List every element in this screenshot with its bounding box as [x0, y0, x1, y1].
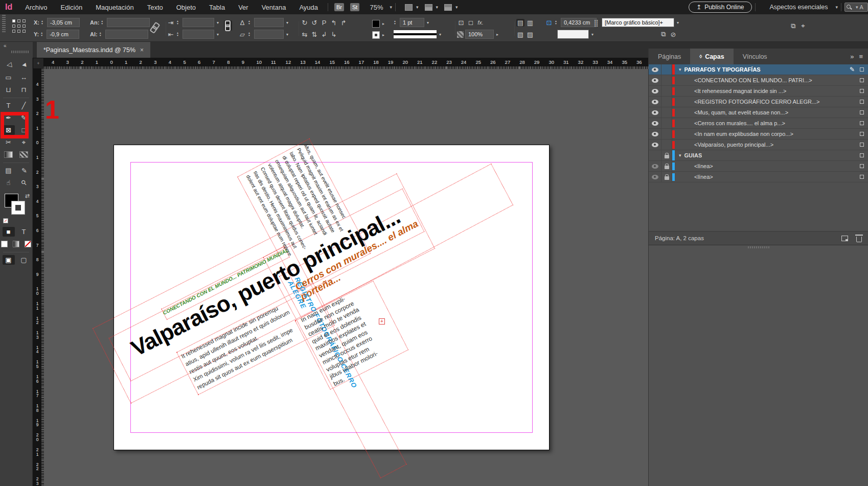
zoom-level-control[interactable]: 75% — [370, 4, 383, 11]
apply-target-square[interactable] — [860, 78, 864, 82]
rotate-ccw-icon[interactable]: ↺ — [310, 19, 318, 27]
wrap-offset-field[interactable]: 0,4233 cm — [561, 18, 597, 27]
effects-fx-icon[interactable]: fx. — [476, 19, 485, 26]
lock-toggle[interactable] — [661, 150, 672, 160]
lock-toggle[interactable] — [661, 129, 672, 139]
free-transform-tool[interactable]: ⌖ — [18, 137, 30, 147]
clear-overrides-icon[interactable]: ⊘ — [669, 31, 677, 38]
stroke-weight-field[interactable]: 1 pt — [400, 18, 424, 27]
visibility-toggle[interactable] — [649, 64, 661, 75]
chevron-down-icon[interactable]: ▾ — [285, 32, 289, 37]
view-options-icon[interactable] — [405, 4, 413, 11]
layer-row[interactable]: <REGISTRO FOTOGRÁFICO CERRO ALEGR...> — [649, 97, 868, 107]
gap-tool[interactable]: ↔ — [18, 73, 30, 82]
delete-layer-icon[interactable] — [856, 237, 862, 242]
rotate-cw-icon[interactable]: ↻ — [301, 19, 309, 27]
selection-tool[interactable]: △ — [3, 60, 15, 70]
apply-target-square[interactable] — [860, 143, 864, 147]
chevron-down-icon[interactable]: ▾ — [590, 32, 595, 37]
stroke-swatch[interactable] — [372, 31, 380, 39]
overset-text-indicator[interactable]: + — [379, 318, 385, 325]
preview-mode-button[interactable]: ▢ — [18, 255, 30, 265]
panel-adjust-icon[interactable]: ⌖ — [799, 22, 807, 30]
y-stepper[interactable]: ▲▼ — [40, 32, 45, 37]
eyedropper-tool[interactable]: ✐ — [18, 166, 30, 175]
layer-name[interactable]: GUIAS — [684, 152, 702, 158]
wrap-jump-icon[interactable]: ▨ — [526, 31, 534, 38]
tab-paginas[interactable]: Páginas — [649, 49, 690, 64]
apply-target-square[interactable] — [860, 89, 864, 93]
opacity-field[interactable]: 100% — [465, 30, 494, 39]
panel-grip[interactable] — [2, 15, 6, 33]
panel-expand-icon[interactable]: » — [850, 53, 854, 60]
chevron-down-icon[interactable]: ▾ — [679, 153, 681, 158]
zoom-tool[interactable]: ⚲ — [18, 178, 30, 188]
rotation-stepper[interactable]: ▲▼ — [248, 20, 253, 25]
constrain-dimensions-icon[interactable] — [149, 21, 159, 33]
chevron-down-icon[interactable]: ▾ — [455, 5, 458, 10]
select-container-icon[interactable]: P — [320, 19, 328, 27]
apply-target-square[interactable] — [860, 110, 864, 114]
stroke-weight-stepper[interactable]: ▲▼ — [394, 20, 398, 25]
visibility-toggle[interactable] — [649, 161, 661, 171]
chevron-right-icon[interactable]: ▸ — [381, 21, 385, 26]
formatting-affects-text-button[interactable]: T — [18, 227, 30, 237]
apply-target-square[interactable] — [860, 121, 864, 125]
scale-y-stepper[interactable]: ▲▼ — [176, 32, 181, 37]
scale-y-field[interactable] — [182, 30, 214, 39]
menu-item-objeto[interactable]: Objeto — [170, 4, 202, 11]
apply-target-square[interactable] — [860, 132, 864, 136]
visibility-toggle[interactable] — [649, 140, 661, 150]
visibility-toggle[interactable] — [649, 172, 661, 182]
apply-gradient-button[interactable] — [12, 239, 20, 249]
layer-name[interactable]: <REGISTRO FOTOGRÁFICO CERRO ALEGR...> — [694, 99, 820, 105]
content-collector-tool[interactable]: ⊔ — [3, 85, 15, 95]
gradient-swatch-tool[interactable] — [3, 150, 15, 159]
x-field[interactable]: -3,05 cm — [47, 18, 80, 27]
note-tool[interactable]: ▤ — [3, 166, 15, 175]
lock-toggle[interactable] — [661, 107, 672, 118]
vertical-ruler[interactable]: 432101234567891 01 11 21 31 41 51 61 71 … — [33, 69, 44, 486]
layer-row[interactable]: <CONECTANDO CON EL MUNDO... PATRI...> — [649, 75, 868, 86]
lock-toggle[interactable] — [661, 97, 672, 107]
tab-capas[interactable]: ◊Capas — [690, 49, 733, 64]
visibility-toggle[interactable] — [649, 118, 661, 128]
menu-item-archivo[interactable]: Archivo — [18, 4, 54, 11]
lock-toggle[interactable] — [661, 140, 672, 150]
y-field[interactable]: -0,9 cm — [47, 30, 79, 39]
menu-item-edicion[interactable]: Edición — [54, 4, 89, 11]
panel-menu-icon[interactable]: ≡ — [859, 53, 863, 60]
x-stepper[interactable]: ▲▼ — [41, 20, 45, 25]
visibility-toggle[interactable] — [649, 150, 661, 160]
layer-name[interactable]: <Valparaíso, puerto principal...> — [694, 142, 773, 148]
rotation-field[interactable] — [254, 18, 284, 27]
stock-button[interactable]: St — [350, 3, 359, 11]
wrap-none-icon[interactable]: ▤ — [516, 19, 524, 27]
menu-item-maquetacion[interactable]: Maquetación — [89, 4, 140, 11]
chevron-down-icon[interactable]: ▾ — [438, 32, 442, 37]
lock-toggle[interactable] — [661, 172, 672, 182]
chevron-down-icon[interactable]: ▾ — [676, 20, 680, 25]
chevron-down-icon[interactable]: ▾ — [416, 5, 419, 10]
menu-item-texto[interactable]: Texto — [141, 4, 170, 11]
stroke-color-swatch[interactable] — [11, 201, 25, 215]
layer-row[interactable]: <Valparaíso, puerto principal...> — [649, 140, 868, 150]
lock-toggle[interactable] — [661, 118, 672, 128]
apply-target-square[interactable] — [860, 100, 864, 104]
hand-tool[interactable]: ☝ — [3, 178, 15, 188]
chevron-down-icon[interactable]: ▾ — [216, 32, 220, 37]
gradient-feather-tool[interactable] — [18, 150, 30, 159]
height-field[interactable] — [105, 30, 148, 39]
layer-row[interactable]: <In nam eum explibusdae non corpo...> — [649, 129, 868, 140]
width-field[interactable] — [107, 18, 150, 27]
apply-target-square[interactable] — [860, 67, 864, 72]
chevron-right-icon[interactable]: ▸ — [381, 33, 385, 37]
menu-item-ventana[interactable]: Ventana — [255, 4, 293, 11]
layer-name[interactable]: <In nam eum explibusdae non corpo...> — [694, 131, 793, 137]
apply-target-square[interactable] — [860, 164, 864, 168]
document-tab[interactable]: *Paginas_Maestras.indd @ 75% × — [37, 42, 150, 58]
visibility-toggle[interactable] — [649, 129, 661, 139]
panel-dock-icon[interactable]: ⧉ — [789, 22, 797, 30]
lock-toggle[interactable] — [661, 64, 672, 75]
screen-mode-icon[interactable] — [425, 4, 432, 11]
